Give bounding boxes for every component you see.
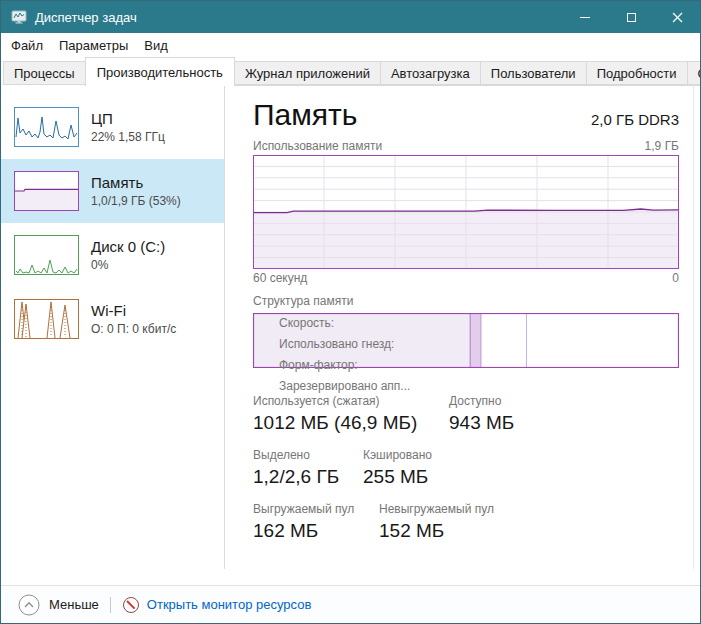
tab-processes[interactable]: Процессы bbox=[3, 61, 86, 85]
hardware-details: Скорость: Использовано гнезд: Форм-факто… bbox=[279, 313, 410, 397]
stat-label: Доступно bbox=[449, 394, 514, 408]
composition-caption: Структура памяти bbox=[253, 294, 679, 308]
menu-view[interactable]: Вид bbox=[136, 35, 176, 56]
sidebar-item-sub: 22% 1,58 ГГц bbox=[91, 130, 165, 144]
sidebar-item-label: Wi-Fi bbox=[91, 302, 176, 319]
tab-performance[interactable]: Производительность bbox=[85, 57, 235, 86]
window-title: Диспетчер задач bbox=[35, 10, 137, 25]
tab-details[interactable]: Подробности bbox=[586, 61, 688, 85]
tab-bar: Процессы Производительность Журнал прило… bbox=[1, 57, 700, 86]
maximize-icon bbox=[627, 13, 636, 22]
open-resource-monitor-label: Открыть монитор ресурсов bbox=[147, 597, 311, 612]
performance-sidebar: ЦП 22% 1,58 ГГц Память 1,0/1,9 ГБ (53%) … bbox=[1, 85, 225, 569]
sidebar-item-sub: О: 0 П: 0 кбит/с bbox=[91, 322, 176, 336]
detail-hw-reserved: Зарезервировано апп... bbox=[279, 376, 410, 397]
task-manager-app-icon bbox=[11, 9, 27, 25]
sidebar-item-label: ЦП bbox=[91, 110, 165, 127]
stat-value: 162 МБ bbox=[253, 520, 379, 542]
sidebar-item-cpu[interactable]: ЦП 22% 1,58 ГГц bbox=[1, 95, 224, 159]
titlebar: Диспетчер задач bbox=[1, 1, 700, 33]
usage-chart-caption: Использование памяти bbox=[253, 139, 382, 153]
memory-mini-graph bbox=[14, 171, 79, 211]
sidebar-item-disk[interactable]: Диск 0 (C:) 0% bbox=[1, 223, 224, 287]
sidebar-item-sub: 1,0/1,9 ГБ (53%) bbox=[91, 194, 181, 208]
detail-speed: Скорость: bbox=[279, 313, 410, 334]
chevron-up-icon bbox=[18, 594, 40, 616]
close-icon bbox=[672, 12, 683, 23]
stat-value: 152 МБ bbox=[379, 520, 494, 542]
stat-label: Невыгружаемый пул bbox=[379, 502, 494, 516]
tab-app-history[interactable]: Журнал приложений bbox=[234, 61, 381, 85]
memory-capacity: 2,0 ГБ DDR3 bbox=[591, 111, 679, 128]
menu-file[interactable]: Файл bbox=[3, 35, 51, 56]
stat-committed: Выделено 1,2/2,6 ГБ bbox=[253, 448, 363, 488]
fewer-details-button[interactable]: Меньше bbox=[18, 594, 99, 616]
wifi-mini-graph bbox=[14, 299, 79, 339]
usage-chart-max: 1,9 ГБ bbox=[645, 139, 679, 153]
detail-form-factor: Форм-фактор: bbox=[279, 355, 410, 376]
stat-value: 1,2/2,6 ГБ bbox=[253, 466, 363, 488]
stat-value: 1012 МБ (46,9 МБ) bbox=[253, 412, 449, 434]
menu-options[interactable]: Параметры bbox=[51, 35, 136, 56]
footer-separator bbox=[110, 597, 111, 613]
sidebar-item-sub: 0% bbox=[91, 258, 165, 272]
window-controls bbox=[562, 1, 700, 33]
stat-non-paged-pool: Невыгружаемый пул 152 МБ bbox=[379, 502, 494, 542]
sidebar-item-wifi[interactable]: Wi-Fi О: 0 П: 0 кбит/с bbox=[1, 287, 224, 351]
sidebar-item-label: Диск 0 (C:) bbox=[91, 238, 165, 255]
tab-users[interactable]: Пользователи bbox=[480, 61, 587, 85]
memory-usage-chart[interactable] bbox=[253, 155, 679, 269]
memory-stats: Используется (сжатая) 1012 МБ (46,9 МБ) … bbox=[253, 394, 679, 542]
page-title: Память bbox=[253, 98, 358, 132]
stat-label: Выделено bbox=[253, 448, 363, 462]
stat-label: Кэшировано bbox=[363, 448, 432, 462]
stat-value: 255 МБ bbox=[363, 466, 432, 488]
stat-available: Доступно 943 МБ bbox=[449, 394, 514, 434]
detail-slots-used: Использовано гнезд: bbox=[279, 334, 410, 355]
stat-label: Выгружаемый пул bbox=[253, 502, 379, 516]
stat-value: 943 МБ bbox=[449, 412, 514, 434]
content-right-edge bbox=[693, 85, 694, 569]
minimize-icon bbox=[580, 17, 590, 18]
axis-label-left: 60 секунд bbox=[253, 271, 307, 285]
cpu-mini-graph bbox=[14, 107, 79, 147]
maximize-button[interactable] bbox=[608, 1, 654, 33]
sidebar-item-memory[interactable]: Память 1,0/1,9 ГБ (53%) bbox=[1, 159, 224, 223]
footer-bar: Меньше Открыть монитор ресурсов bbox=[1, 585, 700, 623]
disk-mini-graph bbox=[14, 235, 79, 275]
minimize-button[interactable] bbox=[562, 1, 608, 33]
stat-paged-pool: Выгружаемый пул 162 МБ bbox=[253, 502, 379, 542]
stat-cached: Кэшировано 255 МБ bbox=[363, 448, 432, 488]
close-button[interactable] bbox=[654, 1, 700, 33]
sidebar-item-label: Память bbox=[91, 174, 181, 191]
tab-startup[interactable]: Автозагрузка bbox=[380, 61, 481, 85]
resource-monitor-icon bbox=[122, 596, 140, 614]
menu-bar: Файл Параметры Вид bbox=[1, 33, 700, 57]
fewer-details-label: Меньше bbox=[49, 597, 99, 612]
stat-in-use: Используется (сжатая) 1012 МБ (46,9 МБ) bbox=[253, 394, 449, 434]
axis-label-right: 0 bbox=[672, 271, 679, 285]
open-resource-monitor-link[interactable]: Открыть монитор ресурсов bbox=[122, 596, 311, 614]
task-manager-window: Диспетчер задач Файл Параметры Вид Проце… bbox=[0, 0, 701, 624]
tab-services[interactable]: Службы bbox=[687, 61, 701, 85]
